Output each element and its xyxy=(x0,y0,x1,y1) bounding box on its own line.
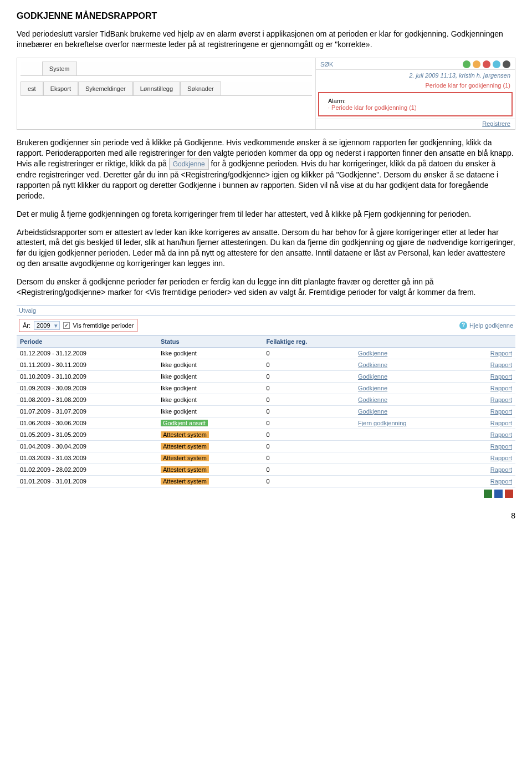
search-label[interactable]: SØK xyxy=(320,61,333,68)
table-row: 01.12.2009 - 31.12.2009Ikke godkjent0God… xyxy=(17,347,515,359)
future-checkbox[interactable]: ✓ xyxy=(63,322,70,329)
tab-soknader[interactable]: Søknader xyxy=(180,82,221,95)
cell-feil: 0 xyxy=(263,475,355,487)
cell-action: Godkjenne xyxy=(355,347,461,359)
cell-feil: 0 xyxy=(263,440,355,452)
rapport-link[interactable]: Rapport xyxy=(490,455,512,461)
cell-periode: 01.06.2009 - 30.06.2009 xyxy=(17,417,157,429)
help-link[interactable]: ? Hjelp godkjenne xyxy=(459,322,513,329)
cell-periode: 01.09.2009 - 30.09.2009 xyxy=(17,382,157,394)
cell-action: Godkjenne xyxy=(355,370,461,382)
circle-blue-icon[interactable] xyxy=(493,60,500,68)
cell-status: Ikke godkjent xyxy=(157,394,263,405)
screenshot-periods: Utvalg År: 2009 ✓ Vis fremtidige periode… xyxy=(17,305,515,500)
circle-dark-icon[interactable] xyxy=(503,60,510,68)
rapport-link[interactable]: Rapport xyxy=(490,385,512,391)
table-row: 01.10.2009 - 31.10.2009Ikke godkjent0God… xyxy=(17,370,515,382)
intro-paragraph: Ved periodeslutt varsler TidBank brukern… xyxy=(17,29,515,50)
status-icons xyxy=(463,60,510,68)
cell-action xyxy=(355,440,461,452)
tab-sykemeldinger[interactable]: Sykemeldinger xyxy=(78,82,133,95)
cell-feil: 0 xyxy=(263,394,355,405)
export-footer xyxy=(17,487,515,500)
table-row: 01.07.2009 - 31.07.2009Ikke godkjent0God… xyxy=(17,405,515,417)
cell-action: Godkjenne xyxy=(355,359,461,370)
rapport-link[interactable]: Rapport xyxy=(490,373,512,380)
alarm-label: Alarm: xyxy=(328,98,503,104)
body-paragraph-5: Dersom du ønsker å godkjenne perioder fø… xyxy=(17,277,515,298)
cell-status: Attestert system xyxy=(157,429,263,440)
circle-red-icon[interactable] xyxy=(483,60,490,68)
future-label: Vis fremtidige perioder xyxy=(73,322,134,329)
registrere-link[interactable]: Registrere xyxy=(316,119,515,129)
alert-box: Alarm: · Periode klar for godkjenning (1… xyxy=(318,92,513,116)
cell-action: Godkjenne xyxy=(355,394,461,405)
excel-icon[interactable] xyxy=(484,490,492,498)
cell-action xyxy=(355,452,461,464)
tab-est[interactable]: est xyxy=(21,82,43,95)
cell-periode: 01.12.2009 - 31.12.2009 xyxy=(17,347,157,359)
year-select[interactable]: 2009 xyxy=(34,321,59,330)
page-title: GODKJENNE MÅNEDSRAPPORT xyxy=(17,11,515,21)
rapport-link[interactable]: Rapport xyxy=(490,443,512,450)
body-paragraph-4: Arbeidstidsrapporter som er attestert av… xyxy=(17,227,515,269)
cell-status: Attestert system xyxy=(157,452,263,464)
cell-feil: 0 xyxy=(263,359,355,370)
body-paragraph-3: Det er mulig å fjerne godkjenningen og f… xyxy=(17,209,515,220)
godkjenne-link[interactable]: Godkjenne xyxy=(358,385,387,391)
rapport-link[interactable]: Rapport xyxy=(490,466,512,473)
tab-system[interactable]: System xyxy=(42,62,77,75)
tab-lonnstillegg[interactable]: Lønnstillegg xyxy=(133,82,180,95)
godkjenne-link[interactable]: Godkjenne xyxy=(358,361,387,368)
rapport-link[interactable]: Rapport xyxy=(490,408,512,415)
rapport-link[interactable]: Rapport xyxy=(490,431,512,438)
cell-action: Fjern godkjenning xyxy=(355,417,461,429)
table-row: 01.04.2009 - 30.04.2009Attestert system0… xyxy=(17,440,515,452)
year-filter-box: År: 2009 ✓ Vis fremtidige perioder xyxy=(19,319,137,332)
fjern-godkjenning-link[interactable]: Fjern godkjenning xyxy=(358,420,406,426)
circle-green-icon[interactable] xyxy=(463,60,470,68)
cell-status: Ikke godkjent xyxy=(157,347,263,359)
col-status: Status xyxy=(157,335,263,347)
alarm-item[interactable]: · Periode klar for godkjenning (1) xyxy=(328,104,503,111)
pdf-icon[interactable] xyxy=(505,490,513,498)
rapport-link[interactable]: Rapport xyxy=(490,350,512,356)
year-label: År: xyxy=(23,322,30,329)
cell-status: Attestert system xyxy=(157,440,263,452)
cell-action xyxy=(355,464,461,475)
rapport-link[interactable]: Rapport xyxy=(490,478,512,485)
rapport-link[interactable]: Rapport xyxy=(490,361,512,368)
cell-periode: 01.03.2009 - 31.03.2009 xyxy=(17,452,157,464)
godkjenne-link[interactable]: Godkjenne xyxy=(358,350,387,356)
cell-periode: 01.07.2009 - 31.07.2009 xyxy=(17,405,157,417)
table-row: 01.11.2009 - 30.11.2009Ikke godkjent0God… xyxy=(17,359,515,370)
cell-status: Ikke godkjent xyxy=(157,370,263,382)
cell-action: Godkjenne xyxy=(355,405,461,417)
table-row: 01.05.2009 - 31.05.2009Attestert system0… xyxy=(17,429,515,440)
godkjenne-inline-button[interactable]: Godkjenne xyxy=(169,159,209,170)
word-icon[interactable] xyxy=(494,490,503,498)
cell-feil: 0 xyxy=(263,429,355,440)
help-icon: ? xyxy=(459,322,467,329)
godkjenne-link[interactable]: Godkjenne xyxy=(358,408,387,415)
cell-action xyxy=(355,475,461,487)
cell-feil: 0 xyxy=(263,347,355,359)
cell-periode: 01.05.2009 - 31.05.2009 xyxy=(17,429,157,440)
godkjenne-link[interactable]: Godkjenne xyxy=(358,373,387,380)
circle-orange-icon[interactable] xyxy=(473,60,480,68)
page-number: 8 xyxy=(17,511,515,520)
tab-eksport[interactable]: Eksport xyxy=(43,82,78,95)
table-row: 01.06.2009 - 30.06.2009Godkjent ansatt0F… xyxy=(17,417,515,429)
cell-status: Attestert system xyxy=(157,475,263,487)
rapport-link[interactable]: Rapport xyxy=(490,396,512,403)
cell-periode: 01.10.2009 - 31.10.2009 xyxy=(17,370,157,382)
col-feil: Feilaktige reg. xyxy=(263,335,355,347)
cell-periode: 01.11.2009 - 30.11.2009 xyxy=(17,359,157,370)
cell-action xyxy=(355,429,461,440)
cell-periode: 01.04.2009 - 30.04.2009 xyxy=(17,440,157,452)
godkjenne-link[interactable]: Godkjenne xyxy=(358,396,387,403)
periods-table: Periode Status Feilaktige reg. 01.12.200… xyxy=(17,335,515,487)
rapport-link[interactable]: Rapport xyxy=(490,420,512,426)
cell-status: Attestert system xyxy=(157,464,263,475)
cell-feil: 0 xyxy=(263,464,355,475)
